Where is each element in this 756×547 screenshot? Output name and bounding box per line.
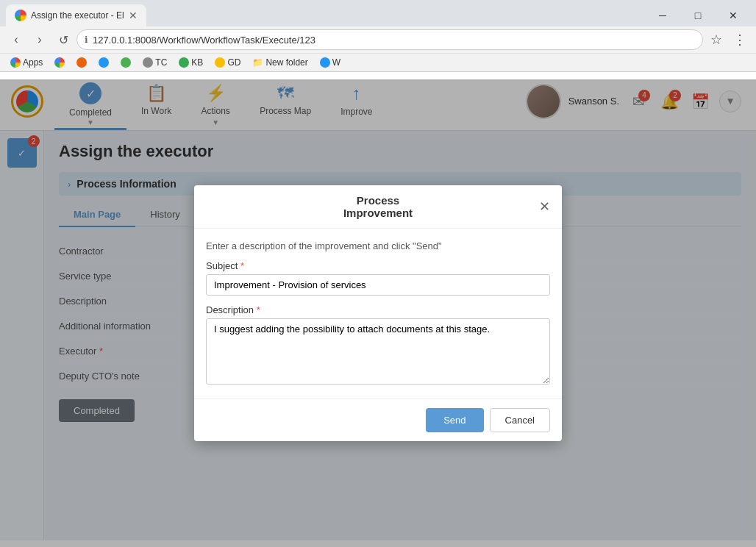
reload-button[interactable]: ↺ <box>53 29 74 50</box>
w-icon <box>320 57 330 68</box>
bookmark-kb-label: KB <box>191 57 203 68</box>
bookmark-blue[interactable] <box>94 56 113 69</box>
folder-icon: 📁 <box>252 57 263 68</box>
browser-controls: ‹ › ↺ ℹ ☆ ⋮ <box>0 26 756 53</box>
bookmark-gd-label: GD <box>227 57 240 68</box>
tc-icon <box>143 57 153 68</box>
maximize-button[interactable]: □ <box>681 4 715 26</box>
bookmark-apps[interactable]: Apps <box>6 56 47 69</box>
forward-button[interactable]: › <box>29 29 50 50</box>
modal-overlay: Process Improvement ✕ Enter a descriptio… <box>0 79 756 547</box>
bookmark-folder[interactable]: 📁 New folder <box>248 56 312 69</box>
bookmark-orange[interactable] <box>72 56 91 69</box>
more-menu-button[interactable]: ⋮ <box>730 29 750 50</box>
bookmark-folder-label: New folder <box>265 57 307 68</box>
send-button[interactable]: Send <box>426 408 483 432</box>
bookmark-gd[interactable]: GD <box>210 56 245 69</box>
orange-icon <box>76 57 87 68</box>
close-button[interactable]: ✕ <box>716 4 750 26</box>
address-bar-wrap[interactable]: ℹ <box>76 29 703 50</box>
description-textarea[interactable]: I suggest adding the possibility to atta… <box>206 318 550 385</box>
subject-input[interactable] <box>206 274 550 296</box>
modal-title: Process Improvement <box>321 194 435 219</box>
browser-tab[interactable]: Assign the executor - El ✕ <box>6 4 146 26</box>
subject-required-indicator: * <box>240 260 244 271</box>
modal-footer: Send Cancel <box>194 398 562 441</box>
bookmark-apps-label: Apps <box>23 57 43 68</box>
blue-icon <box>99 57 109 68</box>
kb-icon <box>179 57 189 68</box>
browser-titlebar: Assign the executor - El ✕ ─ □ ✕ <box>0 0 756 26</box>
address-bar[interactable] <box>93 35 695 46</box>
bookmark-chrome[interactable] <box>50 56 69 69</box>
back-button[interactable]: ‹ <box>6 29 26 50</box>
cancel-button[interactable]: Cancel <box>490 408 550 432</box>
bookmark-button[interactable]: ☆ <box>706 29 727 50</box>
modal-close-button[interactable]: ✕ <box>539 199 550 215</box>
bookmarks-bar: Apps TC KB GD 📁 New folder <box>0 53 756 71</box>
apps-icon <box>10 57 21 68</box>
minimize-button[interactable]: ─ <box>646 4 680 26</box>
favicon-icon <box>15 10 26 21</box>
bookmark-tc[interactable]: TC <box>138 56 171 69</box>
description-required-indicator: * <box>257 304 260 315</box>
bookmark-w[interactable]: W <box>315 56 345 69</box>
description-field-label: Description * <box>206 304 550 315</box>
green-icon <box>121 57 131 68</box>
close-tab-button[interactable]: ✕ <box>129 10 138 21</box>
chrome-icon <box>54 57 65 68</box>
tab-title: Assign the executor - El <box>31 10 124 21</box>
subject-field-label: Subject * <box>206 260 550 271</box>
window-controls: ─ □ ✕ <box>646 4 750 26</box>
gd-icon <box>215 57 225 68</box>
modal-body: Enter a description of the improvement a… <box>194 229 562 398</box>
bookmark-tc-label: TC <box>155 57 167 68</box>
bookmark-kb[interactable]: KB <box>174 56 207 69</box>
lock-icon: ℹ <box>85 35 88 45</box>
bookmark-green[interactable] <box>116 56 135 69</box>
modal-dialog: Process Improvement ✕ Enter a descriptio… <box>194 185 562 441</box>
bookmark-w-label: W <box>332 57 340 68</box>
modal-header: Process Improvement ✕ <box>194 185 562 229</box>
browser-chrome: Assign the executor - El ✕ ─ □ ✕ ‹ › ↺ ℹ… <box>0 0 756 72</box>
modal-description: Enter a description of the improvement a… <box>206 240 550 251</box>
